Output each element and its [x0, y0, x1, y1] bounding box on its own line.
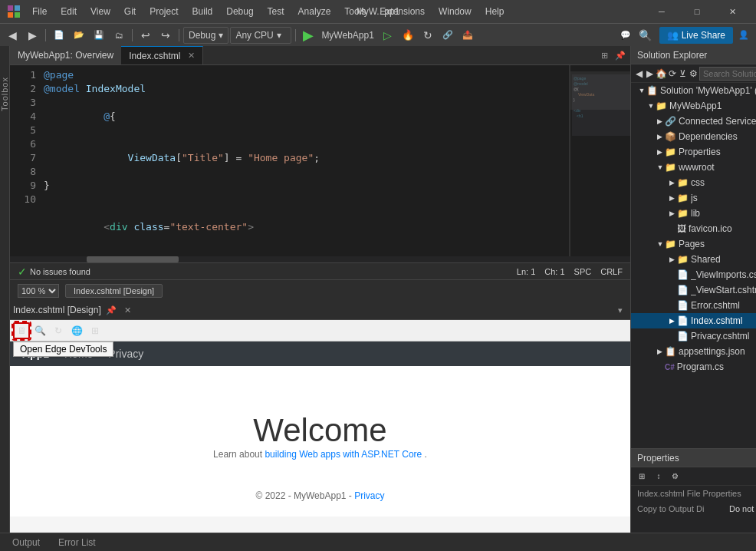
tree-connected-services[interactable]: ▶ 🔗 Connected Services — [631, 114, 756, 129]
minimize-button[interactable]: ─ — [644, 0, 679, 23]
close-tab-icon[interactable]: ✕ — [188, 51, 195, 61]
design-device-button[interactable]: 🖥 — [13, 322, 30, 339]
feedback-button[interactable]: 💬 — [616, 27, 635, 44]
refresh-button[interactable]: ↻ — [419, 27, 437, 44]
maximize-button[interactable]: □ — [679, 0, 715, 23]
sep-1 — [45, 29, 46, 41]
se-settings-button[interactable]: ⚙ — [689, 66, 698, 81]
tree-error-cshtml[interactable]: ▶ 📄 Error.cshtml — [631, 298, 756, 313]
design-toolbar-wrapper: 🖥 🔍 ↻ 🌐 ⊞ Open Edge DevTools — [10, 320, 630, 341]
collapse-design-button[interactable]: ▾ — [613, 303, 627, 317]
tree-pages[interactable]: ▼ 📁 Pages — [631, 236, 756, 252]
undo-button[interactable]: ↩ — [136, 27, 155, 44]
tree-viewimports[interactable]: ▶ 📄 _ViewImports.cshtml — [631, 267, 756, 282]
menu-file[interactable]: File — [26, 5, 53, 18]
design-link-button[interactable]: 🌐 — [68, 322, 85, 339]
start-without-debug-button[interactable]: ▷ — [379, 27, 397, 44]
pin-design-tab[interactable]: 📌 — [104, 303, 118, 317]
debug-config-dropdown[interactable]: Debug ▾ — [183, 27, 228, 44]
save-button[interactable]: 💾 — [90, 27, 108, 44]
design-inspect-button[interactable]: 🔍 — [31, 322, 48, 339]
menu-test[interactable]: Test — [261, 5, 291, 18]
design-refresh-button[interactable]: ↻ — [50, 322, 67, 339]
hot-reload-button[interactable]: 🔥 — [399, 27, 417, 44]
forward-button[interactable]: ▶ — [23, 27, 41, 44]
code-editor[interactable]: 12345678910 @page @model IndexModel @{ V… — [10, 65, 630, 256]
output-tab[interactable]: Output — [6, 536, 46, 549]
open-button[interactable]: 📂 — [70, 27, 88, 44]
viewimports-label: _ViewImports.cshtml — [691, 269, 756, 280]
design-footer: © 2022 - MyWebApp1 - Privacy — [10, 475, 630, 516]
menu-window[interactable]: Window — [432, 5, 478, 18]
close-button[interactable]: ✕ — [715, 0, 750, 23]
tree-project-root[interactable]: ▼ 📁 MyWebApp1 — [631, 98, 756, 114]
platform-dropdown[interactable]: Any CPU ▾ — [230, 27, 291, 44]
tree-solution-root[interactable]: ▼ 📋 Solution 'MyWebApp1' (1 of 1 project… — [631, 83, 756, 98]
pin-tab-button[interactable]: 📌 — [613, 48, 627, 62]
error-cshtml-label: Error.cshtml — [691, 300, 756, 311]
tree-appsettings[interactable]: ▶ 📋 appsettings.json — [631, 344, 756, 359]
live-share-button[interactable]: 👥 Live Share — [659, 27, 733, 44]
redo-button[interactable]: ↪ — [156, 27, 175, 44]
se-home-button[interactable]: 🏠 — [656, 66, 667, 81]
footer-privacy-link[interactable]: Privacy — [354, 490, 384, 501]
prop-categorized-button[interactable]: ⊞ — [634, 469, 649, 484]
split-editor-button[interactable]: ⊞ — [598, 48, 612, 62]
se-sync-button[interactable]: ⟳ — [668, 66, 678, 81]
line-numbers: 12345678910 — [10, 65, 41, 256]
se-back-button[interactable]: ◀ — [634, 66, 644, 81]
toolbox-label[interactable]: Toolbox — [0, 77, 9, 111]
new-file-button[interactable]: 📄 — [50, 27, 68, 44]
start-debug-button[interactable]: ▶ — [300, 27, 317, 44]
editor-tab-index-cshtml[interactable]: Index.cshtml ✕ — [121, 46, 202, 64]
se-search-input[interactable] — [699, 67, 756, 81]
editor-scrollbar[interactable] — [10, 256, 630, 262]
menu-help[interactable]: Help — [479, 5, 511, 18]
se-forward-button[interactable]: ▶ — [645, 66, 655, 81]
menu-project[interactable]: Project — [143, 5, 184, 18]
design-tab-label[interactable]: Index.cshtml [Design] — [13, 305, 101, 315]
properties-label: Properties — [679, 147, 756, 157]
menu-analyze[interactable]: Analyze — [292, 5, 337, 18]
tree-dependencies[interactable]: ▶ 📦 Dependencies — [631, 129, 756, 144]
menu-edit[interactable]: Edit — [54, 5, 83, 18]
tree-properties[interactable]: ▶ 📁 Properties — [631, 144, 756, 160]
menu-view[interactable]: View — [84, 5, 117, 18]
solution-icon: 📋 — [646, 85, 658, 96]
panel-title-label: Solution Explorer — [637, 50, 756, 61]
tree-favicon[interactable]: ▶ 🖼 favicon.ico — [631, 221, 756, 236]
tree-index-cshtml[interactable]: ▶ 📄 Index.cshtml — [631, 313, 756, 328]
menu-git[interactable]: Git — [118, 5, 142, 18]
prop-settings-button[interactable]: ⚙ — [668, 469, 683, 484]
tree-lib[interactable]: ▶ 📁 lib — [631, 206, 756, 221]
browser-link-button[interactable]: 🔗 — [439, 27, 457, 44]
tree-wwwroot[interactable]: ▼ 📁 wwwroot — [631, 160, 756, 175]
tree-css[interactable]: ▶ 📁 css — [631, 175, 756, 190]
error-list-tab[interactable]: Error List — [52, 536, 102, 549]
code-content[interactable]: @page @model IndexModel @{ ViewData["Tit… — [41, 65, 569, 256]
menu-debug[interactable]: Debug — [220, 5, 259, 18]
account-button[interactable]: 👤 — [735, 27, 753, 44]
welcome-heading: Welcome — [25, 412, 615, 449]
tree-js[interactable]: ▶ 📁 js — [631, 190, 756, 206]
menu-build[interactable]: Build — [186, 5, 219, 18]
overview-tab[interactable]: MyWebApp1: Overview — [10, 46, 121, 64]
search-button[interactable]: 🔍 — [636, 27, 655, 44]
back-button[interactable]: ◀ — [3, 27, 21, 44]
deploy-button[interactable]: 📤 — [459, 27, 477, 44]
tree-program-cs[interactable]: ▶ C# Program.cs — [631, 359, 756, 374]
scrollbar-thumb[interactable] — [87, 256, 179, 262]
tree-privacy-cshtml[interactable]: ▶ 📄 Privacy.cshtml — [631, 328, 756, 344]
welcome-link[interactable]: building Web apps with ASP.NET Core — [265, 449, 422, 460]
close-design-tab[interactable]: ✕ — [121, 303, 135, 317]
se-filter-button[interactable]: ⊻ — [678, 66, 688, 81]
preview-button[interactable]: Index.cshtml [Design] — [65, 284, 163, 298]
code-line: <div class="text-center"> — [41, 206, 569, 248]
tree-shared[interactable]: ▶ 📁 Shared — [631, 252, 756, 267]
prop-alphabetical-button[interactable]: ↕ — [651, 469, 666, 484]
design-panel: App1 Home Privacy Welcome Learn about bu… — [10, 341, 630, 533]
tree-viewstart[interactable]: ▶ 📄 _ViewStart.cshtml — [631, 282, 756, 298]
save-all-button[interactable]: 🗂 — [110, 27, 128, 44]
zoom-dropdown[interactable]: 100 % — [18, 284, 59, 298]
design-grid-button[interactable]: ⊞ — [87, 322, 104, 339]
